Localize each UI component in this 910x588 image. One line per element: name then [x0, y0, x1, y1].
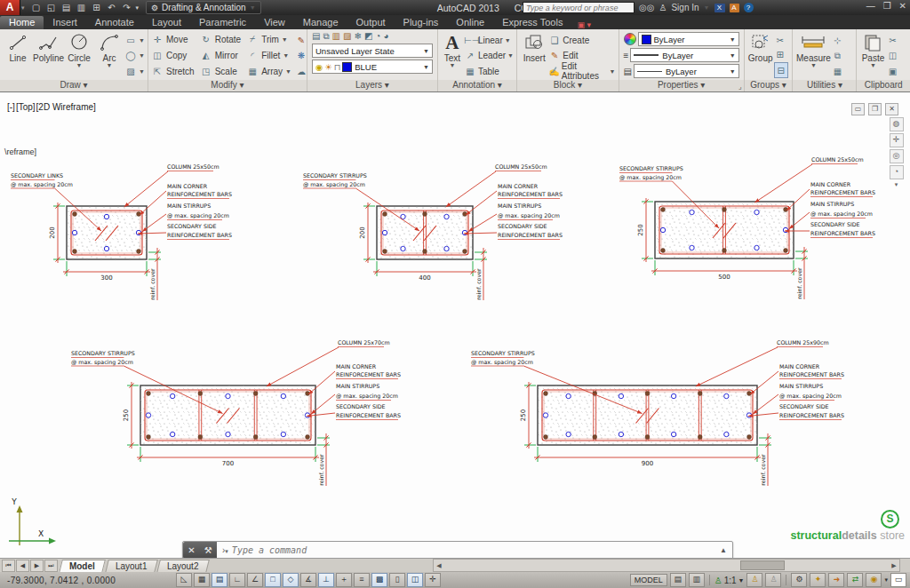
- ribbon-tab-online[interactable]: Online: [447, 16, 493, 29]
- ribbon-tab-express-tools[interactable]: Express Tools: [493, 16, 571, 29]
- new-file-icon[interactable]: ▢: [30, 3, 43, 12]
- copy-button[interactable]: ◫Copy: [151, 51, 195, 60]
- edit-attributes-button[interactable]: ✍Edit Attributes▼: [548, 64, 615, 78]
- polar-tracking-toggle[interactable]: ∠: [247, 573, 263, 587]
- workspace-gear-icon[interactable]: ⚙: [791, 573, 807, 587]
- viewport-minimize-control[interactable]: [-]: [7, 102, 15, 112]
- scrollbar-thumb[interactable]: [740, 560, 785, 570]
- clean-screen-button[interactable]: ▭: [890, 573, 906, 587]
- hatch-button[interactable]: ▨▼: [124, 64, 145, 78]
- leader-button[interactable]: ↗Leader▼: [464, 49, 514, 63]
- tab-layout1[interactable]: Layout1: [105, 560, 157, 573]
- plot-icon[interactable]: ⊞: [91, 3, 103, 12]
- layer-match-icon[interactable]: ⧉: [323, 31, 329, 42]
- viewport-visual-style-control[interactable]: [2D Wireframe]: [36, 102, 96, 112]
- help-icon[interactable]: ?: [744, 3, 754, 12]
- overkill-button[interactable]: ☁: [295, 64, 307, 78]
- stretch-button[interactable]: ⇱Stretch: [151, 67, 195, 76]
- exchange-apps-icon[interactable]: X: [714, 4, 725, 12]
- navigation-wheel-icon[interactable]: ◍: [890, 117, 904, 131]
- layer-prev-icon[interactable]: ▥: [332, 31, 340, 42]
- close-button[interactable]: ✕: [899, 1, 906, 11]
- lineweight-dropdown[interactable]: ByLayer▼: [630, 48, 738, 62]
- ribbon-tab-parametric[interactable]: Parametric: [190, 16, 255, 29]
- explode-button[interactable]: ❋: [295, 49, 307, 63]
- fillet-button[interactable]: ◜Fillet▼: [246, 51, 291, 60]
- pan-icon[interactable]: ✛: [890, 133, 904, 147]
- transparency-toggle[interactable]: ▩: [371, 573, 387, 587]
- last-layout-icon[interactable]: ⏭: [44, 560, 58, 572]
- save-as-icon[interactable]: ▥: [76, 3, 88, 12]
- group-edit-button[interactable]: ⊞: [774, 48, 788, 62]
- sign-in-caret-icon[interactable]: ▼: [704, 5, 710, 10]
- ribbon-tab-output[interactable]: Output: [347, 16, 395, 29]
- ribbon-tab-insert[interactable]: Insert: [44, 16, 86, 29]
- ribbon-tab-plug-ins[interactable]: Plug-ins: [395, 16, 448, 29]
- dynamic-ucs-toggle[interactable]: ⊥: [318, 573, 334, 587]
- trim-button[interactable]: ⌿Trim▼: [246, 34, 291, 44]
- autodesk360-icon[interactable]: A: [730, 4, 739, 12]
- dynamic-input-toggle[interactable]: ＋: [336, 573, 352, 587]
- line-button[interactable]: Line: [3, 31, 33, 80]
- model-space-icon[interactable]: ▤: [670, 573, 686, 587]
- 3d-object-snap-toggle[interactable]: ◇: [283, 573, 299, 587]
- prev-layout-icon[interactable]: ◀: [16, 560, 29, 572]
- circle-button[interactable]: Circle▼: [64, 31, 94, 80]
- infer-constraints-toggle[interactable]: ◺: [176, 573, 192, 587]
- workspace-dropdown[interactable]: ⚙ Drafting & Annotation ▼: [146, 1, 261, 14]
- linear-dimension-button[interactable]: ⊢⊣Linear▼: [464, 33, 514, 47]
- group-selection-toggle[interactable]: ⊟: [774, 62, 788, 78]
- sign-in-link[interactable]: Sign In: [671, 3, 698, 12]
- cut-button[interactable]: ✂: [886, 33, 898, 47]
- help-search-input[interactable]: [523, 2, 635, 13]
- array-button[interactable]: ▦Array▼: [246, 67, 291, 76]
- command-history-icon[interactable]: ▲: [720, 546, 727, 554]
- lineweight-toggle[interactable]: ≡: [354, 573, 370, 587]
- ribbon-tab-home[interactable]: Home: [0, 16, 44, 29]
- quick-select-button[interactable]: ⧉: [831, 49, 843, 63]
- mirror-button[interactable]: ◭Mirror: [200, 51, 241, 60]
- zoom-icon[interactable]: ◎: [890, 149, 904, 163]
- ribbon-tab-annotate[interactable]: Annotate: [86, 16, 143, 29]
- panel-dialog-launcher-icon[interactable]: ⌟: [738, 83, 742, 91]
- copy-clip-button[interactable]: ◫: [886, 49, 898, 63]
- tab-layout2[interactable]: Layout2: [157, 560, 210, 573]
- block-panel-label[interactable]: Block ▾: [517, 80, 618, 91]
- measure-button[interactable]: Measure▼: [795, 31, 831, 80]
- grid-display-toggle[interactable]: ▤: [212, 573, 228, 587]
- viewport-view-control[interactable]: [Top]: [16, 102, 36, 112]
- restore-button[interactable]: ❐: [883, 1, 891, 11]
- insert-button[interactable]: Insert: [520, 31, 548, 80]
- snap-mode-toggle[interactable]: ▦: [194, 573, 210, 587]
- paste-button[interactable]: Paste▼: [859, 31, 886, 80]
- ribbon-tab-manage[interactable]: Manage: [294, 16, 347, 29]
- model-paper-toggle[interactable]: MODEL: [630, 574, 667, 586]
- layer-freeze-icon[interactable]: ❄: [355, 31, 362, 42]
- annotation-autoscale-toggle[interactable]: ♙: [765, 573, 781, 587]
- layout-space-icon[interactable]: ▥: [689, 573, 705, 587]
- rotate-button[interactable]: ↻Rotate: [200, 35, 241, 44]
- hardware-accel-icon[interactable]: ➜: [828, 573, 844, 587]
- viewport-restore-icon[interactable]: ❐: [868, 103, 882, 115]
- scale-button[interactable]: ◳Scale: [200, 67, 241, 76]
- viewport-close-icon[interactable]: ✕: [885, 103, 898, 115]
- open-file-icon[interactable]: ◱: [45, 3, 58, 12]
- orbit-icon[interactable]: ◔: [890, 165, 904, 179]
- text-button[interactable]: A Text▼: [441, 31, 464, 80]
- ellipse-button[interactable]: ◯▼: [124, 49, 145, 63]
- command-line-grip[interactable]: ✕ ⚒: [183, 542, 217, 559]
- quick-properties-toggle[interactable]: ▯: [389, 573, 405, 587]
- qat-customize-icon[interactable]: ▾: [136, 4, 140, 12]
- rectangle-button[interactable]: ▭▼: [124, 33, 145, 47]
- horizontal-scrollbar[interactable]: ◀ ▶: [433, 559, 900, 572]
- arc-button[interactable]: Arc▼: [94, 31, 124, 80]
- draw-panel-label[interactable]: Draw ▾: [0, 80, 148, 91]
- redo-icon[interactable]: ↷: [121, 3, 133, 12]
- ribbon-tab-view[interactable]: View: [255, 16, 294, 29]
- app-menu-caret-icon[interactable]: ▾: [21, 4, 25, 12]
- model-space-canvas[interactable]: 200300reinf. coverSECONDARY LINKS@ max. …: [0, 91, 910, 559]
- layer-dropdown[interactable]: ◉ ☀ ⊓ BLUE▼: [312, 60, 433, 74]
- command-close-icon[interactable]: ✕: [188, 545, 195, 555]
- layers-panel-label[interactable]: Layers ▾: [307, 80, 437, 91]
- layer-off-icon[interactable]: ◩: [364, 31, 372, 42]
